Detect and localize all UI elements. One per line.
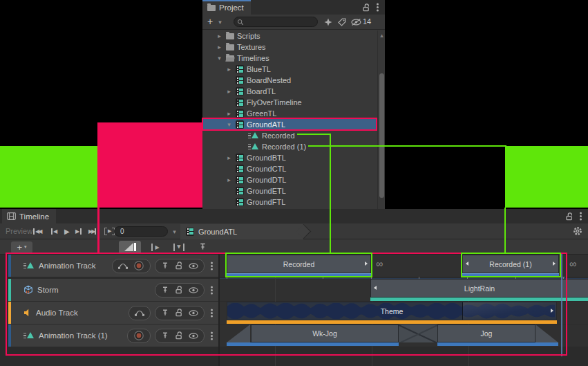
tree-item-groundatl-selected[interactable]: ▾GroundATL xyxy=(202,119,377,130)
tree-item-recorded-1[interactable]: Recorded (1) xyxy=(202,141,377,152)
hidden-items-eye-slash-icon[interactable] xyxy=(351,19,361,26)
search-by-label-icon[interactable] xyxy=(338,18,346,26)
panel-menu-icon[interactable] xyxy=(377,6,379,8)
unlock-icon[interactable] xyxy=(175,262,183,270)
tree-item-bluetl[interactable]: ▸BlueTL xyxy=(202,64,377,75)
clip-left-edge-icon[interactable] xyxy=(374,286,377,290)
tree-item-groundetl[interactable]: GroundETL xyxy=(202,185,377,196)
tree-item-grounddtl[interactable]: ▸GroundDTL xyxy=(202,174,377,185)
tree-item-timelines[interactable]: ▾Timelines xyxy=(202,53,377,64)
tree-item-flyovertimeline[interactable]: FlyOverTimeline xyxy=(202,97,377,108)
eye-icon[interactable] xyxy=(189,310,198,316)
tree-item-scripts[interactable]: ▸Scripts xyxy=(202,30,377,42)
crossfade-region[interactable] xyxy=(399,324,437,342)
timeline-asset-icon xyxy=(236,76,244,84)
search-field[interactable] xyxy=(234,17,318,27)
clip-recorded[interactable]: Recorded xyxy=(227,255,371,273)
clip-left-edge-icon[interactable] xyxy=(466,262,468,266)
track-menu-icon[interactable] xyxy=(211,265,213,267)
unlock-icon[interactable] xyxy=(175,286,183,294)
unlock-icon[interactable] xyxy=(565,212,573,221)
mix-mode-button[interactable] xyxy=(119,241,141,254)
caret-down-icon[interactable]: ▾ xyxy=(225,121,233,128)
tree-item-groundctl[interactable]: GroundCTL xyxy=(202,163,377,174)
scrollbar-thumb[interactable] xyxy=(379,73,384,198)
clip-recorded-1[interactable]: Recorded (1) xyxy=(462,255,559,273)
caret-right-icon[interactable]: ▸ xyxy=(225,88,233,95)
preview-toggle[interactable]: Preview xyxy=(6,227,32,235)
current-frame-field[interactable] xyxy=(114,226,168,237)
next-frame-button[interactable]: ▶ xyxy=(73,223,84,239)
curves-icon[interactable] xyxy=(135,309,144,316)
go-to-start-button[interactable]: ◀◀ xyxy=(30,223,44,239)
track-header-storm[interactable]: Storm xyxy=(8,279,218,301)
create-asset-button[interactable]: + xyxy=(207,16,213,27)
track-header-audio[interactable]: Audio Track xyxy=(8,302,218,324)
play-button[interactable]: ▶ xyxy=(61,223,73,239)
scroll-up-icon[interactable]: ▴ xyxy=(378,32,386,39)
pin-icon[interactable] xyxy=(161,331,169,340)
record-button-icon[interactable] xyxy=(133,330,144,341)
add-track-button[interactable]: +▾ xyxy=(11,241,32,253)
clip-jog[interactable]: Jog xyxy=(437,324,535,342)
clip-theme[interactable]: Theme xyxy=(227,302,557,320)
unlock-icon[interactable] xyxy=(362,3,370,12)
create-asset-dropdown-icon[interactable]: ▾ xyxy=(216,19,224,26)
clip-label: Jog xyxy=(481,329,493,338)
breadcrumb[interactable]: GroundATL xyxy=(180,224,303,239)
animation-clip-icon xyxy=(248,143,259,151)
project-scrollbar[interactable]: ▴ xyxy=(377,30,385,209)
tree-item-boardnested[interactable]: BoardNested xyxy=(202,75,377,86)
caret-right-icon[interactable]: ▸ xyxy=(225,176,233,183)
caret-right-icon[interactable]: ▸ xyxy=(225,66,233,73)
track-menu-icon[interactable] xyxy=(211,289,213,291)
pin-icon[interactable] xyxy=(161,286,169,294)
eye-icon[interactable] xyxy=(189,287,198,293)
pin-icon[interactable] xyxy=(161,309,169,317)
caret-right-icon[interactable]: ▸ xyxy=(216,33,223,39)
search-by-type-icon[interactable] xyxy=(324,18,332,26)
previous-frame-button[interactable]: ◀ xyxy=(48,223,60,239)
tree-item-label: FlyOverTimeline xyxy=(247,98,302,107)
track-header-animation[interactable]: Animation Track xyxy=(8,255,218,277)
eye-icon[interactable] xyxy=(189,333,198,339)
tree-item-groundftl[interactable]: GroundFTL xyxy=(202,196,377,208)
unlock-icon[interactable] xyxy=(175,309,183,317)
caret-down-icon[interactable]: ▾ xyxy=(216,55,223,62)
tree-item-groundbtl[interactable]: ▸GroundBTL xyxy=(202,152,377,163)
tree-item-boardtl[interactable]: ▸BoardTL xyxy=(202,86,377,97)
playhead-line[interactable] xyxy=(561,253,562,356)
pin-icon[interactable] xyxy=(161,262,169,270)
caret-right-icon[interactable]: ▸ xyxy=(225,110,233,117)
clip-right-edge-icon[interactable] xyxy=(553,262,556,266)
curves-icon[interactable] xyxy=(118,262,128,269)
clip-right-edge-icon[interactable] xyxy=(365,262,368,266)
panel-menu-icon[interactable] xyxy=(580,215,582,217)
tab-project[interactable]: Project xyxy=(202,0,251,15)
tree-item-textures[interactable]: ▸Textures xyxy=(202,42,377,53)
caret-right-icon[interactable]: ▸ xyxy=(216,44,223,51)
tab-timeline[interactable]: Timeline xyxy=(2,209,56,223)
replace-mode-button[interactable]: ▶ xyxy=(170,241,188,254)
clip-lightrain[interactable]: LightRain xyxy=(370,279,588,298)
eye-icon[interactable] xyxy=(189,263,198,269)
clip-label: Recorded xyxy=(283,260,315,268)
track-menu-icon[interactable] xyxy=(211,335,213,337)
ripple-mode-button[interactable]: ▶ xyxy=(146,241,164,254)
pin-markers-icon[interactable] xyxy=(198,242,207,251)
unlock-icon[interactable] xyxy=(175,331,183,340)
tree-item-greentl[interactable]: ▸GreenTL xyxy=(202,108,377,119)
tree-item-label: GreenTL xyxy=(247,109,276,118)
record-button-icon[interactable] xyxy=(133,260,144,271)
go-to-end-button[interactable]: ▶▶ xyxy=(86,223,99,239)
clip-right-edge-icon[interactable] xyxy=(551,309,553,313)
track-menu-icon[interactable] xyxy=(211,312,213,314)
search-input[interactable] xyxy=(244,18,317,26)
speaker-icon xyxy=(23,309,32,317)
frame-options-dropdown-icon[interactable]: ▾ xyxy=(171,228,178,235)
track-header-animation-1[interactable]: Animation Track (1) xyxy=(8,324,218,347)
tree-item-recorded[interactable]: Recorded xyxy=(202,130,377,141)
clip-wkjog[interactable]: Wk-Jog xyxy=(251,324,399,342)
caret-right-icon[interactable]: ▸ xyxy=(225,154,233,161)
settings-gear-icon[interactable] xyxy=(573,226,582,236)
